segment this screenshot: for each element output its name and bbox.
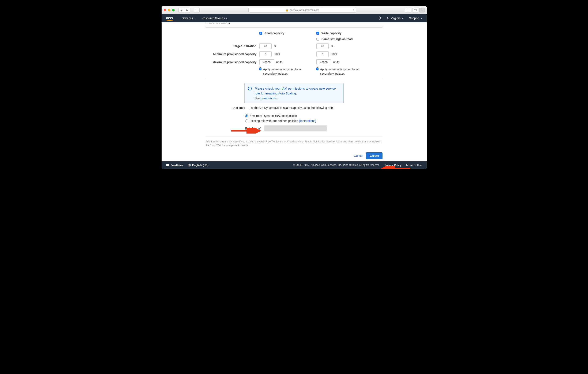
min-write-input[interactable] — [316, 51, 329, 57]
info-box: i Please check your IAM permissions to c… — [244, 83, 344, 103]
browser-titlebar: ◀ ▶ 🔒 console.aws.amazon.com ↻ + — [162, 6, 427, 14]
max-write-input[interactable] — [316, 59, 331, 65]
nav-region[interactable]: N. Virginia▾ — [387, 16, 403, 20]
window-minimize[interactable] — [168, 9, 170, 11]
instructions-link[interactable]: [Instructions] — [299, 119, 316, 123]
copyright: © 2008 - 2017, Amazon Web Services, Inc.… — [293, 163, 380, 167]
apply-same-write-label: Apply same settings to global secondary … — [320, 67, 365, 76]
tabs-button[interactable] — [412, 8, 418, 12]
show-sidebar-button[interactable] — [194, 8, 200, 12]
iam-role-label: IAM Role — [228, 106, 245, 109]
charges-note: Additional charges may apply if you exce… — [206, 137, 382, 147]
aws-logo[interactable]: aws — [166, 16, 173, 21]
existing-role-radio[interactable] — [245, 119, 248, 122]
url-text: console.aws.amazon.com — [290, 9, 319, 12]
window-close[interactable] — [164, 9, 166, 11]
svg-rect-3 — [414, 10, 416, 11]
notifications-icon[interactable] — [378, 16, 381, 20]
nav-support[interactable]: Support▾ — [409, 16, 422, 20]
aws-navbar: aws Services▾ Resource Groups▾ N. Virgin… — [162, 14, 427, 22]
write-capacity-checkbox[interactable]: ✓ — [316, 32, 319, 35]
same-settings-label: Same settings as read — [321, 37, 353, 41]
svg-rect-0 — [195, 9, 198, 11]
target-write-input[interactable] — [316, 43, 329, 49]
aws-footer: Feedback English (US) © 2008 - 2017, Ama… — [162, 161, 427, 169]
reload-icon[interactable]: ↻ — [353, 9, 355, 12]
nav-resource-groups[interactable]: Resource Groups▾ — [201, 16, 227, 20]
url-bar[interactable]: 🔒 console.aws.amazon.com ↻ — [248, 8, 356, 13]
create-button[interactable]: Create — [366, 152, 382, 159]
privacy-link[interactable]: Privacy Policy — [384, 163, 401, 167]
same-settings-checkbox[interactable] — [316, 38, 319, 41]
max-capacity-label: Maximum provisioned capacity — [206, 60, 259, 64]
info-icon: i — [248, 87, 252, 90]
terms-link[interactable]: Terms of Use — [406, 163, 422, 167]
apply-same-write-checkbox[interactable]: ✓ — [316, 67, 318, 70]
max-read-input[interactable] — [259, 59, 274, 65]
new-role-label: New role: DynamoDBAutoscaleRole — [249, 114, 297, 118]
apply-same-read-label: Apply same settings to global secondary … — [263, 67, 308, 76]
apply-same-read-checkbox[interactable]: ✓ — [259, 67, 262, 70]
window-zoom[interactable] — [172, 9, 175, 11]
iam-role-desc: I authorize DynamoDB to scale capacity u… — [249, 106, 334, 109]
cancel-button[interactable]: Cancel — [354, 154, 363, 157]
read-capacity-label: Read capacity — [264, 32, 284, 35]
section-title: Auto Scaling — [206, 23, 382, 26]
write-capacity-label: Write capacity — [321, 32, 342, 35]
role-name-input — [264, 126, 327, 131]
existing-role-label: Existing role with pre-defined policies — [249, 119, 298, 123]
back-button[interactable]: ◀ — [178, 8, 184, 12]
info-text: Please check your IAM permissions to cre… — [255, 86, 340, 96]
forward-button[interactable]: ▶ — [184, 8, 190, 12]
nav-services[interactable]: Services▾ — [182, 16, 196, 20]
target-utilization-label: Target utilization — [206, 44, 259, 48]
read-capacity-checkbox[interactable]: ✓ — [259, 32, 262, 35]
new-tab-button[interactable]: + — [420, 8, 425, 12]
feedback-link[interactable]: Feedback — [166, 163, 183, 167]
language-selector[interactable]: English (US) — [188, 163, 208, 167]
min-read-input[interactable] — [259, 51, 272, 57]
permissions-link[interactable]: permissions — [261, 96, 277, 100]
min-capacity-label: Minimum provisioned capacity — [206, 53, 259, 56]
new-role-radio[interactable] — [245, 114, 248, 117]
target-read-input[interactable] — [259, 43, 272, 49]
share-button[interactable] — [405, 8, 411, 12]
lock-icon: 🔒 — [285, 9, 289, 12]
role-name-label: Role Name* — [245, 127, 261, 130]
